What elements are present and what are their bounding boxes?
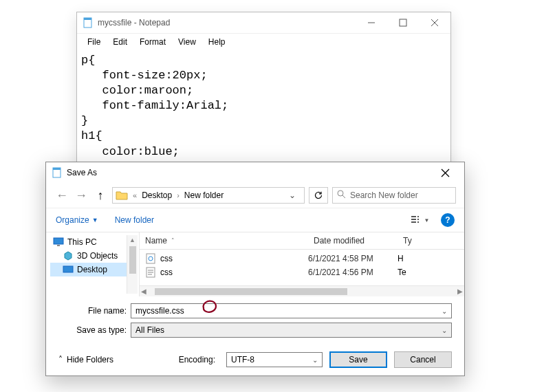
- column-date[interactable]: Date modified: [308, 232, 398, 249]
- sort-asc-icon: ˄: [171, 237, 175, 244]
- sidebar-item-3d-objects[interactable]: 3D Objects: [50, 249, 127, 263]
- svg-rect-14: [411, 221, 416, 223]
- encoding-select[interactable]: UTF-8 ⌄: [226, 352, 323, 367]
- scroll-thumb[interactable]: [129, 246, 136, 274]
- scroll-thumb[interactable]: [155, 288, 347, 295]
- savetype-value: All Files: [135, 325, 164, 335]
- svg-rect-12: [411, 216, 416, 217]
- menu-edit[interactable]: Edit: [107, 35, 133, 49]
- nav-forward-button[interactable]: →: [74, 188, 89, 203]
- saveas-title: Save As: [67, 168, 431, 177]
- savetype-label: Save as type:: [58, 325, 131, 335]
- file-list-row[interactable]: css 6/1/2021 4:56 PM Te: [140, 265, 464, 279]
- filename-input[interactable]: mycssfile.css ⌄: [131, 303, 452, 318]
- svg-rect-1: [84, 18, 91, 20]
- close-button[interactable]: [419, 12, 450, 33]
- file-list-row[interactable]: css 6/1/2021 4:58 PM H: [140, 252, 464, 265]
- sidebar-label: 3D Objects: [77, 251, 118, 261]
- maximize-button[interactable]: [387, 12, 419, 33]
- folder-icon: [114, 188, 129, 203]
- file-list: Name˄ Date modified Ty css 6/1/2021 4:58…: [140, 232, 464, 296]
- svg-rect-16: [417, 219, 419, 220]
- desktop-icon: [63, 264, 74, 275]
- svg-rect-18: [54, 238, 63, 244]
- new-folder-button[interactable]: New folder: [115, 215, 154, 225]
- menu-view[interactable]: View: [172, 35, 202, 49]
- svg-rect-3: [400, 19, 406, 26]
- menu-help[interactable]: Help: [202, 35, 232, 49]
- encoding-label: Encoding:: [179, 355, 215, 364]
- save-label: Save: [349, 355, 367, 364]
- chevron-down-icon[interactable]: ⌄: [282, 190, 303, 200]
- notepad-app-icon: [52, 167, 63, 178]
- search-icon: [337, 190, 346, 201]
- saveas-title-bar[interactable]: Save As: [46, 162, 464, 183]
- hide-folders-label: Hide Folders: [67, 355, 113, 364]
- view-options-button[interactable]: ▼: [409, 213, 431, 228]
- monitor-icon: [53, 237, 64, 248]
- encoding-value: UTF-8: [231, 355, 254, 364]
- text-file-icon: [145, 267, 156, 278]
- file-type: H: [398, 254, 464, 263]
- arrow-right-icon: ▶: [457, 287, 463, 295]
- filename-label: File name:: [58, 306, 131, 316]
- svg-rect-7: [53, 168, 61, 170]
- sidebar-label: Desktop: [77, 265, 107, 274]
- savetype-select[interactable]: All Files ⌄: [131, 323, 452, 338]
- sidebar-item-this-pc[interactable]: This PC: [50, 235, 127, 249]
- file-name: css: [160, 254, 173, 263]
- filename-value: mycssfile.css: [135, 306, 184, 316]
- cancel-button[interactable]: Cancel: [394, 351, 452, 368]
- html-file-icon: [145, 253, 156, 264]
- saveas-dialog: Save As ← → ↑ « Desktop › New folder ⌄ S…: [45, 162, 465, 376]
- sidebar: This PC 3D Objects Desktop ▲: [46, 232, 140, 296]
- file-type: Te: [398, 268, 464, 277]
- file-name: css: [160, 268, 173, 277]
- notepad-title-bar[interactable]: mycssfile - Notepad: [77, 12, 450, 33]
- nav-back-button[interactable]: ←: [54, 188, 69, 203]
- notepad-menu-bar: File Edit Format View Help: [77, 33, 450, 50]
- organize-label: Organize: [56, 215, 89, 225]
- column-name[interactable]: Name: [145, 236, 167, 246]
- hide-folders-button[interactable]: ˄ Hide Folders: [58, 355, 113, 364]
- svg-point-10: [338, 190, 343, 196]
- saveas-toolbar: Organize ▼ New folder ▼ ?: [46, 208, 464, 232]
- menu-file[interactable]: File: [81, 35, 107, 49]
- organize-button[interactable]: Organize ▼: [56, 215, 98, 225]
- cube-icon: [63, 250, 74, 261]
- chevron-down-icon[interactable]: ⌄: [442, 327, 447, 334]
- chevron-down-icon[interactable]: ⌄: [312, 356, 318, 364]
- svg-line-11: [342, 195, 345, 198]
- file-list-header[interactable]: Name˄ Date modified Ty: [140, 232, 464, 250]
- sidebar-item-desktop[interactable]: Desktop: [50, 263, 127, 276]
- arrow-left-icon: ◀: [141, 287, 146, 295]
- notepad-editor[interactable]: p{ font-size:20px; color:maroon; font-fa…: [77, 50, 450, 162]
- close-button[interactable]: [431, 162, 459, 183]
- sidebar-scrollbar[interactable]: ▲: [127, 235, 138, 294]
- file-list-hscroll[interactable]: ◀ ▶: [140, 285, 464, 296]
- minimize-button[interactable]: [356, 12, 387, 33]
- saveas-nav-bar: ← → ↑ « Desktop › New folder ⌄ Search Ne…: [46, 183, 464, 208]
- refresh-button[interactable]: [309, 187, 328, 204]
- breadcrumb-desktop[interactable]: Desktop: [140, 190, 173, 200]
- svg-rect-19: [57, 245, 60, 246]
- column-type[interactable]: Ty: [398, 232, 464, 249]
- save-button[interactable]: Save: [329, 351, 387, 368]
- svg-rect-20: [63, 266, 73, 272]
- svg-rect-13: [411, 219, 416, 220]
- cancel-label: Cancel: [410, 355, 435, 364]
- menu-format[interactable]: Format: [133, 35, 172, 49]
- notepad-title: mycssfile - Notepad: [98, 18, 356, 28]
- chevron-down-icon[interactable]: ⌄: [442, 307, 447, 315]
- help-button[interactable]: ?: [441, 213, 455, 227]
- address-bar[interactable]: « Desktop › New folder ⌄: [112, 187, 305, 204]
- chevron-up-icon: ˄: [58, 355, 63, 364]
- chevron-down-icon: ▼: [92, 217, 98, 224]
- arrow-up-icon: ▲: [129, 237, 135, 243]
- search-placeholder: Search New folder: [350, 190, 418, 200]
- search-input[interactable]: Search New folder: [332, 187, 456, 204]
- svg-rect-15: [417, 216, 419, 217]
- svg-rect-21: [146, 254, 155, 263]
- nav-up-button[interactable]: ↑: [93, 188, 108, 203]
- breadcrumb-newfolder[interactable]: New folder: [183, 190, 225, 200]
